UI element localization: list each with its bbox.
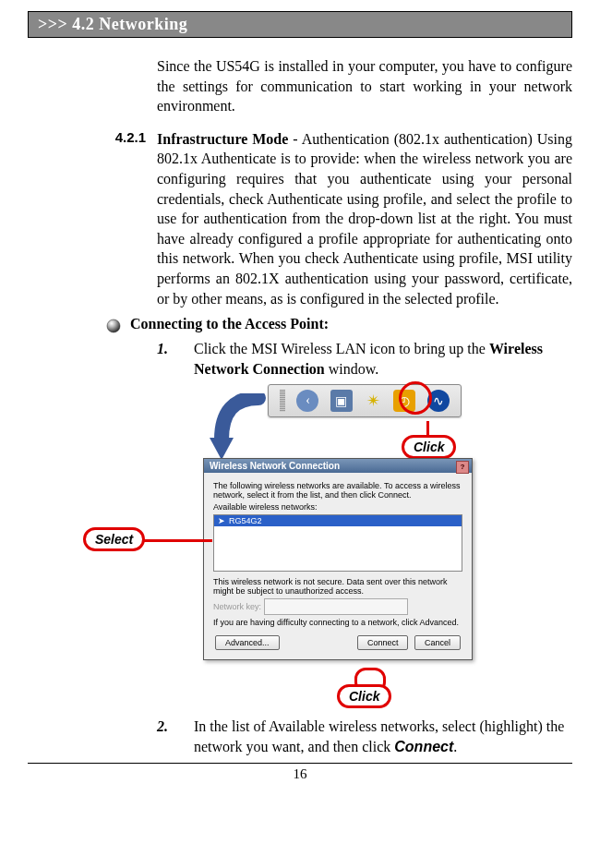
step-2: 2. In the list of Available wireless net… [157,717,572,756]
bullet-heading-text: Connecting to the Access Point: [130,316,329,332]
step-2-text: In the list of Available wireless networ… [194,717,572,756]
close-icon[interactable]: ? [456,461,469,474]
network-key-row: Network key: [213,598,462,615]
system-tray: ‹ ▣ ✴ ◴ ∿ [268,384,462,417]
step-1-pre: Click the MSI Wireless LAN icon to bring… [194,341,489,356]
subsection-lead: Infrastructure Mode [157,131,288,147]
advanced-button[interactable]: Advanced... [215,635,280,650]
page-footer: 16 [28,763,572,782]
callout-line-select [143,539,212,542]
sphere-bullet-icon [106,319,121,333]
page-number: 16 [294,766,307,781]
step-2-number: 2. [157,717,194,756]
intro-paragraph: Since the US54G is installed in your com… [157,56,572,116]
connect-button[interactable]: Connect [357,635,409,650]
available-networks-label: Available wireless networks: [213,502,462,512]
step-1-post: window. [325,361,379,377]
wireless-connection-dialog: Wireless Network Connection ? The follow… [203,458,473,660]
network-ssid: RG54G2 [229,516,262,525]
network-key-label: Network key: [213,602,261,611]
tray-network-icon[interactable]: ▣ [330,390,353,412]
svg-point-0 [107,319,120,332]
cancel-button[interactable]: Cancel [414,635,461,650]
step-1-text: Click the MSI Wireless LAN icon to bring… [194,339,572,379]
step-2-bold: Connect [394,739,453,754]
subsection-4-2-1: 4.2.1 Infrastructure Mode - Authenticati… [28,129,572,308]
step-1-number: 1. [157,339,194,379]
section-header: >>> 4.2 Networking [28,11,572,38]
subsection-number: 4.2.1 [28,129,157,308]
subsection-body: - Authentication (802.1x authentication)… [157,131,572,307]
step-1: 1. Click the MSI Wireless LAN icon to br… [157,339,572,379]
tray-grip-icon [280,390,285,412]
network-item-selected[interactable]: ➤ RG54G2 [214,515,462,526]
dialog-intro: The following wireless networks are avai… [213,481,462,500]
security-warning: This wireless network is not secure. Dat… [213,577,462,596]
callout-select: Select [83,527,145,551]
network-key-input [264,598,408,615]
figure-area: ‹ ▣ ✴ ◴ ∿ Click Wireless Network Connect… [83,384,517,707]
step-2-pre: In the list of Available wireless networ… [194,718,564,754]
callout-click-bottom: Click [337,684,391,708]
bullet-heading-row: Connecting to the Access Point: [106,316,572,333]
tray-wireless-icon[interactable]: ✴ [364,391,382,411]
tray-back-icon[interactable]: ‹ [296,390,318,412]
antenna-icon: ➤ [218,516,225,525]
dialog-title: Wireless Network Connection [210,461,340,471]
dialog-titlebar: Wireless Network Connection ? [204,459,472,473]
step-2-post: . [453,739,457,754]
network-list[interactable]: ➤ RG54G2 [213,514,462,572]
curved-arrow-icon [208,393,272,463]
trouble-text: If you are having difficulty connecting … [213,618,462,627]
callout-click-top: Click [402,435,456,459]
svg-marker-1 [210,438,234,460]
subsection-text: Infrastructure Mode - Authentication (80… [157,129,572,308]
